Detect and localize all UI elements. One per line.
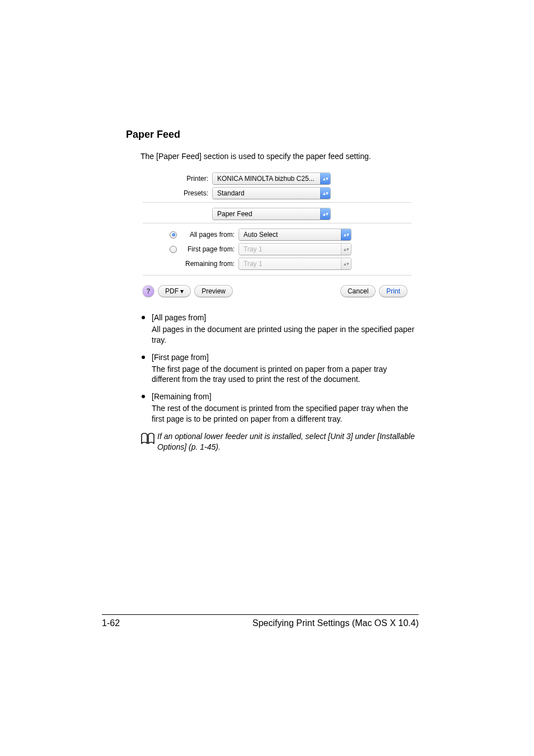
page-content: Paper Feed The [Paper Feed] section is u… (126, 129, 417, 452)
description: The first page of the document is printe… (152, 364, 417, 385)
radio-all-pages[interactable] (170, 231, 177, 239)
help-button[interactable]: ? (143, 286, 154, 297)
all-pages-label: All pages from: (180, 231, 239, 239)
presets-value: Standard (213, 189, 320, 197)
list-item: [All pages from] All pages in the docume… (140, 312, 417, 346)
printer-value: KONICA MINOLTA bizhub C25... (213, 175, 320, 183)
section-value: Paper Feed (213, 210, 320, 218)
printer-label: Printer: (143, 175, 213, 183)
intro-text: The [Paper Feed] section is used to spec… (140, 152, 417, 161)
remaining-value: Tray 1 (239, 260, 341, 268)
description: The rest of the document is printed from… (152, 403, 417, 424)
first-page-label: First page from: (180, 245, 239, 253)
printer-select[interactable]: KONICA MINOLTA bizhub C25... ▴▾ (213, 173, 330, 184)
section-heading: Paper Feed (126, 129, 417, 141)
list-item: [First page from] The first page of the … (140, 352, 417, 385)
divider (143, 275, 411, 276)
pdf-button[interactable]: PDF ▾ (158, 286, 190, 297)
updown-icon: ▴▾ (341, 229, 351, 240)
presets-row: Presets: Standard ▴▾ (143, 188, 411, 199)
book-icon (140, 431, 157, 452)
first-page-select: Tray 1 ▴▾ (239, 244, 351, 255)
description-list: [All pages from] All pages in the docume… (140, 312, 417, 424)
cancel-button[interactable]: Cancel (341, 286, 375, 297)
print-dialog: Printer: KONICA MINOLTA bizhub C25... ▴▾… (143, 173, 411, 297)
section-select[interactable]: Paper Feed ▴▾ (213, 208, 330, 220)
remaining-select: Tray 1 ▴▾ (239, 258, 351, 269)
updown-icon: ▴▾ (320, 208, 330, 220)
term: [All pages from] (152, 312, 417, 323)
section-row: Paper Feed ▴▾ (143, 208, 411, 220)
presets-label: Presets: (143, 189, 213, 197)
page-number: 1-62 (102, 618, 120, 628)
preview-button[interactable]: Preview (195, 286, 232, 297)
term: [Remaining from] (152, 391, 417, 402)
remaining-row: Remaining from: Tray 1 ▴▾ (143, 258, 411, 269)
remaining-label: Remaining from: (180, 260, 239, 268)
page-footer: 1-62 Specifying Print Settings (Mac OS X… (102, 614, 419, 628)
radio-first-page[interactable] (170, 246, 177, 253)
pdf-label: PDF ▾ (165, 287, 184, 295)
printer-row: Printer: KONICA MINOLTA bizhub C25... ▴▾ (143, 173, 411, 184)
print-button[interactable]: Print (380, 286, 407, 297)
divider (143, 223, 411, 223)
all-pages-row: All pages from: Auto Select ▴▾ (143, 229, 411, 240)
all-pages-select[interactable]: Auto Select ▴▾ (239, 229, 351, 240)
note: If an optional lower feeder unit is inst… (140, 431, 417, 452)
term: [First page from] (152, 352, 417, 363)
divider (143, 202, 411, 203)
updown-icon: ▴▾ (320, 173, 330, 184)
updown-icon: ▴▾ (341, 258, 351, 269)
button-bar: ? PDF ▾ Preview Cancel Print (143, 286, 411, 297)
list-item: [Remaining from] The rest of the documen… (140, 391, 417, 424)
footer-title: Specifying Print Settings (Mac OS X 10.4… (252, 618, 419, 628)
first-page-row: First page from: Tray 1 ▴▾ (143, 244, 411, 255)
all-pages-value: Auto Select (239, 231, 341, 239)
first-page-value: Tray 1 (239, 245, 341, 253)
note-text: If an optional lower feeder unit is inst… (157, 431, 417, 452)
presets-select[interactable]: Standard ▴▾ (213, 188, 330, 199)
updown-icon: ▴▾ (320, 188, 330, 199)
updown-icon: ▴▾ (341, 244, 351, 255)
description: All pages in the document are printed us… (152, 324, 417, 346)
